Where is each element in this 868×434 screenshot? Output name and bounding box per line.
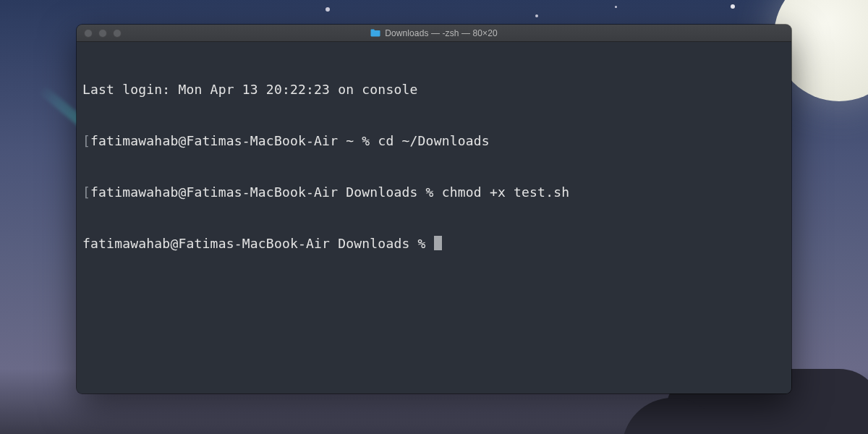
wallpaper-star [326,7,330,12]
window-controls [77,29,122,38]
wallpaper-star [615,6,617,8]
window-title: Downloads — -zsh — 80×20 [77,28,791,38]
minimize-button[interactable] [98,29,107,38]
terminal-prompt[interactable]: fatimawahab@Fatimas-MacBook-Air Download… [82,235,786,252]
wallpaper-star [535,14,538,17]
terminal-cursor [434,236,442,250]
terminal-window[interactable]: Downloads — -zsh — 80×20 Last login: Mon… [77,25,791,393]
terminal-line: [fatimawahab@Fatimas-MacBook-Air ~ % cd … [82,132,786,150]
close-button[interactable] [84,29,93,38]
terminal-line: [fatimawahab@Fatimas-MacBook-Air Downloa… [82,184,786,201]
zoom-button[interactable] [113,29,122,38]
window-title-text: Downloads — -zsh — 80×20 [385,28,497,38]
terminal-line: Last login: Mon Apr 13 20:22:23 on conso… [82,81,786,98]
terminal-output[interactable]: Last login: Mon Apr 13 20:22:23 on conso… [77,42,791,393]
wallpaper-star [731,4,735,9]
folder-icon [370,29,380,37]
window-titlebar[interactable]: Downloads — -zsh — 80×20 [77,25,791,42]
